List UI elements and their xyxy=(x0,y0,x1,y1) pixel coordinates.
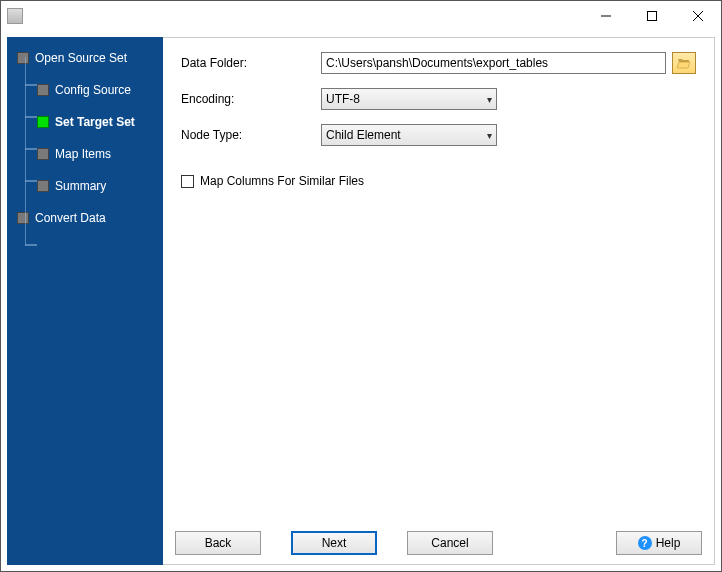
step-box-icon xyxy=(37,180,49,192)
browse-folder-button[interactable] xyxy=(672,52,696,74)
step-open-source-set[interactable]: Open Source Set xyxy=(7,47,163,69)
map-columns-label: Map Columns For Similar Files xyxy=(200,174,364,188)
encoding-value: UTF-8 xyxy=(326,92,360,106)
wizard-window: Open Source Set Config Source Set Target… xyxy=(0,0,722,572)
encoding-select[interactable]: UTF-8 ▾ xyxy=(321,88,497,110)
help-icon: ? xyxy=(638,536,652,550)
data-folder-label: Data Folder: xyxy=(181,56,321,70)
folder-open-icon xyxy=(677,57,691,69)
step-label: Summary xyxy=(55,179,106,193)
step-box-icon xyxy=(17,52,29,64)
step-label: Set Target Set xyxy=(55,115,135,129)
step-box-icon xyxy=(37,148,49,160)
step-box-icon xyxy=(37,84,49,96)
close-icon xyxy=(693,11,703,21)
window-controls xyxy=(583,1,721,31)
step-box-icon xyxy=(17,212,29,224)
nav-buttons: Back Next Cancel xyxy=(175,531,493,555)
minimize-button[interactable] xyxy=(583,1,629,31)
row-map-columns: Map Columns For Similar Files xyxy=(181,174,696,188)
row-node-type: Node Type: Child Element ▾ xyxy=(181,124,696,146)
titlebar-left xyxy=(1,8,29,24)
step-set-target-set[interactable]: Set Target Set xyxy=(7,111,163,133)
wizard-steps: Open Source Set Config Source Set Target… xyxy=(7,47,163,229)
node-type-select[interactable]: Child Element ▾ xyxy=(321,124,497,146)
minimize-icon xyxy=(601,11,611,21)
app-icon xyxy=(7,8,23,24)
row-encoding: Encoding: UTF-8 ▾ xyxy=(181,88,696,110)
next-button[interactable]: Next xyxy=(291,531,377,555)
body: Open Source Set Config Source Set Target… xyxy=(1,31,721,571)
step-map-items[interactable]: Map Items xyxy=(7,143,163,165)
wizard-sidebar: Open Source Set Config Source Set Target… xyxy=(7,37,163,565)
step-config-source[interactable]: Config Source xyxy=(7,79,163,101)
svg-rect-1 xyxy=(648,12,657,21)
chevron-down-icon: ▾ xyxy=(487,130,492,141)
titlebar xyxy=(1,1,721,31)
step-label: Open Source Set xyxy=(35,51,127,65)
step-label: Map Items xyxy=(55,147,111,161)
data-folder-input[interactable] xyxy=(321,52,666,74)
maximize-button[interactable] xyxy=(629,1,675,31)
button-bar: Back Next Cancel ? Help xyxy=(163,522,714,564)
step-convert-data[interactable]: Convert Data xyxy=(7,207,163,229)
row-data-folder: Data Folder: xyxy=(181,52,696,74)
help-button[interactable]: ? Help xyxy=(616,531,702,555)
content-panel: Data Folder: Encoding: UTF-8 ▾ xyxy=(163,37,715,565)
step-label: Config Source xyxy=(55,83,131,97)
step-label: Convert Data xyxy=(35,211,106,225)
back-button[interactable]: Back xyxy=(175,531,261,555)
node-type-value: Child Element xyxy=(326,128,401,142)
help-label: Help xyxy=(656,536,681,550)
step-box-icon xyxy=(37,116,49,128)
close-button[interactable] xyxy=(675,1,721,31)
encoding-label: Encoding: xyxy=(181,92,321,106)
chevron-down-icon: ▾ xyxy=(487,94,492,105)
map-columns-checkbox[interactable] xyxy=(181,175,194,188)
maximize-icon xyxy=(647,11,657,21)
node-type-label: Node Type: xyxy=(181,128,321,142)
cancel-button[interactable]: Cancel xyxy=(407,531,493,555)
form-area: Data Folder: Encoding: UTF-8 ▾ xyxy=(163,38,714,522)
step-summary[interactable]: Summary xyxy=(7,175,163,197)
